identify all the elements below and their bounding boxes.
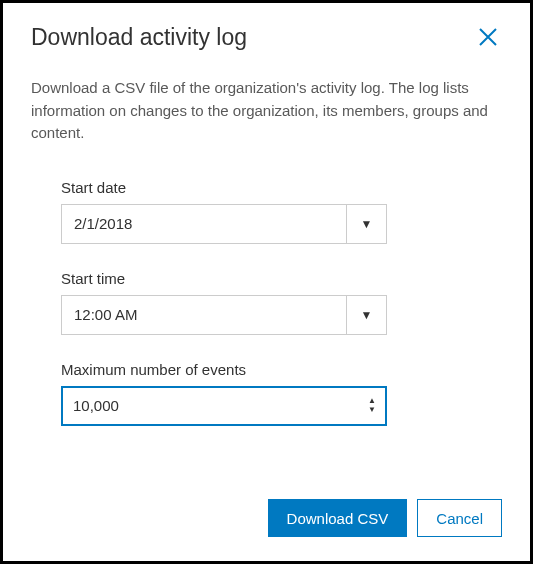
start-time-group: Start time 12:00 AM ▼ [61,270,387,335]
start-date-label: Start date [61,179,387,196]
dialog-title: Download activity log [31,24,247,51]
max-events-group: Maximum number of events 10,000 ▲▼ [61,361,387,426]
form-area: Start date 2/1/2018 ▼ Start time 12:00 A… [31,179,502,452]
cancel-button[interactable]: Cancel [417,499,502,537]
close-icon[interactable] [474,23,502,51]
start-date-dropdown[interactable]: 2/1/2018 ▼ [61,204,387,244]
chevron-down-icon: ▼ [346,205,386,243]
start-time-label: Start time [61,270,387,287]
start-time-dropdown[interactable]: 12:00 AM ▼ [61,295,387,335]
max-events-label: Maximum number of events [61,361,387,378]
start-time-value: 12:00 AM [62,296,346,334]
chevron-down-icon: ▼ [346,296,386,334]
max-events-value: 10,000 [63,388,365,424]
dialog-footer: Download CSV Cancel [31,499,502,537]
start-date-value: 2/1/2018 [62,205,346,243]
dialog-description: Download a CSV file of the organization'… [31,77,502,145]
dialog-header: Download activity log [31,23,502,51]
download-csv-button[interactable]: Download CSV [268,499,408,537]
stepper-arrows-icon: ▲▼ [365,388,385,424]
max-events-stepper[interactable]: 10,000 ▲▼ [61,386,387,426]
start-date-group: Start date 2/1/2018 ▼ [61,179,387,244]
